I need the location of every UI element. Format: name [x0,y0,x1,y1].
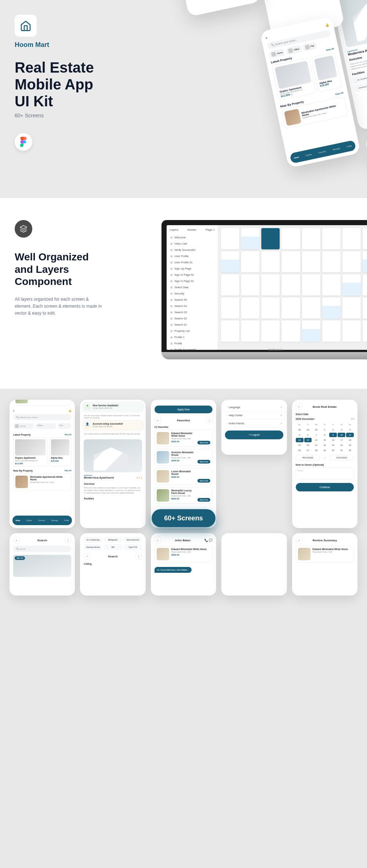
favorite-item[interactable]: Lenon Minimalist House$550.00Book Now [155,468,212,485]
back-button[interactable]: ‹ [296,537,302,543]
layer-item[interactable]: Verify Successful [170,247,215,253]
layer-item[interactable]: Sign In Page 01 [170,278,215,284]
calendar-day[interactable]: 15 [321,438,328,442]
layer-item[interactable]: Select Date [170,284,215,290]
calendar-day[interactable]: 12 [296,438,304,442]
settings-invite[interactable]: Invite Friends› [225,420,283,428]
nav-home[interactable]: Home [294,156,299,159]
calendar-day[interactable]: 29 [304,428,312,432]
nav-profile[interactable]: Profile [346,144,352,148]
calendar-day[interactable]: 7 [312,433,320,437]
nav-explore[interactable]: Explore [305,153,312,156]
layer-item[interactable]: User Profile 01 [170,259,215,265]
calendar-day[interactable]: 31 [338,448,345,453]
calendar-day[interactable]: 9 [329,433,337,437]
layer-item[interactable]: Video Call [170,241,215,247]
calendar-day[interactable]: 19 [296,443,304,447]
layer-item[interactable]: Property List [170,328,215,334]
calendar-day[interactable]: 8 [321,433,328,437]
calendar-day[interactable]: 3 [338,428,345,432]
chip-home[interactable]: Home [269,48,286,59]
date-from[interactable]: 09/12/2022 [296,455,320,461]
chip-office[interactable]: Office [35,423,56,429]
calendar-day[interactable]: 20 [304,443,312,447]
layer-item[interactable]: Sign In Page 02 [170,272,215,278]
calendar-nav[interactable]: ‹ › [351,418,354,420]
layer-item[interactable]: Search 05 [170,297,215,303]
calendar-day[interactable]: 1 [321,428,328,432]
calendar-day[interactable]: 4 [346,428,354,432]
calendar-day[interactable]: 6 [304,433,312,437]
bell-icon[interactable]: 🔔 [325,23,329,27]
calendar-day[interactable]: 17 [338,438,345,442]
nearby-card[interactable]: Minimalist Apartments White HomeHeidenre… [281,96,348,129]
calendar-day[interactable]: 26 [296,448,304,453]
layer-item[interactable]: Profile-1 [170,334,215,340]
calendar-day[interactable]: 5 [296,433,304,437]
layer-item[interactable]: Search 03 [170,309,215,315]
calendar-day[interactable]: 18 [346,438,354,442]
chip-home[interactable]: Home [13,423,34,429]
notes-input[interactable]: Notes [296,468,354,479]
settings-help[interactable]: Help Center› [225,411,283,420]
nav-message[interactable]: Message [333,147,340,151]
back-button[interactable]: ‹ [155,537,161,543]
more-button[interactable]: ⋮ [206,417,212,424]
nearby-card[interactable]: Minimalist Apartments White HomeHeidenre… [13,473,71,490]
calendar-day[interactable]: 29 [321,448,328,453]
logout-button[interactable]: ↪ Logout [225,431,283,439]
date-to[interactable]: 13/12/2022 [330,455,354,461]
calendar-day[interactable]: 21 [312,443,320,447]
layer-item[interactable]: Search 04 [170,303,215,309]
back-button[interactable]: ‹ [155,417,161,424]
calendar-day[interactable]: 28 [312,448,320,453]
menu-icon[interactable]: ≡ [265,36,268,40]
property-card[interactable]: Alpha Hou $18,500 [49,437,72,466]
chip-office[interactable]: Office [286,45,302,55]
more-button[interactable]: ⋮ [65,537,71,543]
calendar-day[interactable]: 16 [329,438,337,442]
property-card[interactable]: Duplex Apartment West Camp Albertaberg, … [13,437,47,466]
layer-item[interactable]: Search 01 [170,322,215,328]
continue-button[interactable]: Continue [296,483,354,491]
apply-button[interactable]: Apply Now [155,406,212,413]
search-input[interactable]: 🔍 House [13,546,71,552]
layer-item[interactable]: Profile [170,340,215,347]
layer-item[interactable]: Security [170,290,215,297]
layer-item[interactable]: User Profile [170,253,215,259]
layer-item[interactable]: Sign Up Page [170,265,215,272]
back-button[interactable]: ‹ [13,537,20,543]
calendar-day[interactable]: 25 [346,443,354,447]
calendar-day[interactable]: 22 [321,443,328,447]
back-button[interactable]: ‹ [84,553,90,560]
nav-favorites[interactable]: Favorites [318,150,326,154]
calendar-day[interactable]: 14 [312,438,320,442]
calendar-day[interactable]: 30 [312,428,320,432]
favorite-item[interactable]: Gretchin Minimalist HouseHeidenreich For… [155,449,212,466]
calendar-day[interactable]: 30 [329,448,337,453]
latest-card[interactable]: Alpha Hou $18,500 [311,52,342,92]
calendar-day[interactable]: 27 [304,448,312,453]
search-input[interactable]: 🔍 Search your home... [13,414,71,420]
chip-flat[interactable]: Flat [58,423,72,429]
layer-item[interactable]: Profile Successful [170,347,215,350]
menu-icon[interactable]: ≡ [13,410,15,412]
chip-flat[interactable]: Flat [302,42,317,52]
favorite-item[interactable]: Edward Minimalist White HomeHeidenreich … [155,430,212,447]
layer-item[interactable]: Search 02 [170,315,215,322]
back-button[interactable]: ‹ [296,403,302,410]
bell-icon[interactable]: 🔔 [69,409,71,412]
latest-card[interactable]: Duplex Apartment West Camp Albertaberg, … [272,58,316,101]
calendar-day[interactable]: 24 [338,443,345,447]
calendar-day[interactable]: 28 [296,428,304,432]
calendar-day[interactable]: 11 [346,433,354,437]
favorite-item[interactable]: Minimalist Luxury Farm HouseHeidenreich … [155,487,212,504]
calendar-day[interactable]: 23 [329,443,337,447]
calendar-day[interactable]: 2 [329,428,337,432]
settings-language[interactable]: Language› [225,403,283,411]
calendar-day[interactable]: 13 [304,438,312,442]
top-partial-card: Heidenreich Forks, USA$950.00 [13,400,71,406]
calendar-day[interactable]: 32 [346,448,354,453]
calendar-day[interactable]: 10 [338,433,345,437]
layer-item[interactable]: Welcome [170,234,215,241]
